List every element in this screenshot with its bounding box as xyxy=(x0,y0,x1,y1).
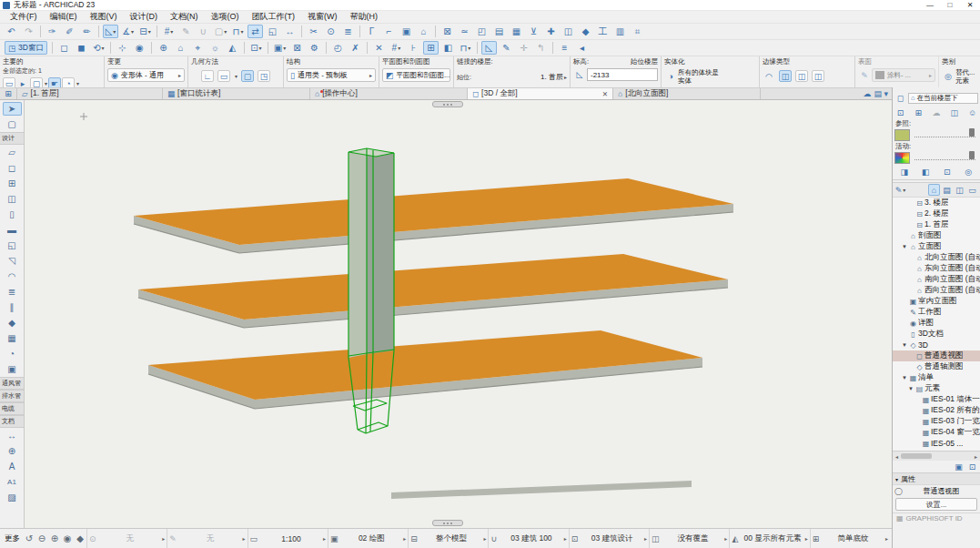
navigator-item-ies-03[interactable]: ▦IES-03 门一览表 xyxy=(893,416,980,427)
navigator-item-axonometric-view[interactable]: ◇普通轴测图 xyxy=(893,361,980,372)
explode-button[interactable]: ⊠ xyxy=(439,25,455,38)
section-3d-button[interactable]: ≡ xyxy=(557,41,572,55)
active-color-swatch[interactable] xyxy=(894,152,910,164)
model-view-options[interactable]: ⊡03 建筑设计▸ xyxy=(569,529,649,548)
layer-combination[interactable]: ▣02 绘图▸ xyxy=(328,529,408,548)
navigator-item-schedule-elements[interactable]: ▼▤元素 xyxy=(893,383,980,394)
explore-mode-icon[interactable]: ◆ xyxy=(74,533,86,545)
teamwork-sync-icon[interactable]: ☁ xyxy=(863,89,871,98)
tab-action-center[interactable]: ⌂[操作中心] xyxy=(310,88,468,99)
project-map-tab-icon[interactable]: ⌂ xyxy=(928,184,940,196)
navigator-item-ies-02[interactable]: ▦IES-02 所有的开... xyxy=(893,405,980,416)
tab-north-elevation[interactable]: ⌂[北向立面图] xyxy=(613,88,761,99)
morph-column-left-face[interactable] xyxy=(349,148,367,358)
lower-slab-edge[interactable] xyxy=(391,481,692,499)
edge-soft-button[interactable]: ◫ xyxy=(795,70,808,82)
navigator-item-schedules[interactable]: ▼▦清单 xyxy=(893,372,980,383)
camera-button[interactable]: ⌖ xyxy=(190,41,206,55)
reference-color-swatch[interactable] xyxy=(894,129,910,141)
menu-view[interactable]: 视图(V) xyxy=(84,11,124,23)
slab-tool[interactable]: ◱ xyxy=(3,238,22,252)
fillet-button[interactable]: Γ xyxy=(364,25,379,38)
gravity-button[interactable]: ✛ xyxy=(516,41,531,55)
favorites-next-button[interactable]: ▸ xyxy=(16,77,29,87)
properties-header[interactable]: ▾ 属性 xyxy=(893,472,980,485)
menu-edit[interactable]: 编辑(E) xyxy=(44,11,84,23)
navigator-item-folder-3d[interactable]: ▼◇3D xyxy=(893,340,980,350)
new-folder-icon[interactable]: ⊡ xyxy=(966,461,978,472)
reference-opacity-slider[interactable] xyxy=(914,131,975,137)
tree-horizontal-scrollbar[interactable]: ◂ ▸ xyxy=(893,451,980,461)
solid-operations-button[interactable]: ⊻ xyxy=(526,25,541,38)
editing-plane-display-button[interactable]: ⊞ xyxy=(423,41,439,55)
group-pipe[interactable]: 排水管 xyxy=(0,390,24,402)
inject-parameters-button[interactable]: ✐ xyxy=(62,25,77,38)
shell-tool[interactable]: ◠ xyxy=(3,269,22,283)
lock-button[interactable]: ⊓▾ xyxy=(230,25,246,38)
guide-lines-button[interactable]: ◺▾ xyxy=(103,25,118,38)
morph-operation-button[interactable]: ◆ xyxy=(578,25,593,38)
orbit-presets-button[interactable]: ⟲▾ xyxy=(91,41,106,55)
group-duct[interactable]: 通风管 xyxy=(0,377,24,390)
window-splitter-button[interactable]: ⊦ xyxy=(406,41,421,55)
view-map-tab-icon[interactable]: ▤ xyxy=(941,184,953,196)
publisher-tab-icon[interactable]: ▭ xyxy=(966,184,978,196)
graphisoft-id-bar[interactable]: ▦ GRAPHISOFT ID xyxy=(893,512,980,523)
navigator-item-worksheets[interactable]: ✎工作图 xyxy=(893,307,980,318)
tab-layout-switcher[interactable]: ⊞ xyxy=(0,88,17,99)
home-view-button[interactable]: ⌂ xyxy=(173,41,188,55)
group-cable[interactable]: 电缆 xyxy=(0,402,24,415)
zoom-in-icon[interactable]: ⊕ xyxy=(48,533,61,545)
element-ids-button[interactable]: ⌗ xyxy=(630,25,645,38)
rebuild-reference-icon[interactable]: ☺ xyxy=(966,107,978,118)
sun-settings-button[interactable]: ☼ xyxy=(207,41,223,55)
settings-button[interactable]: 设置... xyxy=(895,498,977,511)
default-settings-button[interactable]: ▢ xyxy=(30,77,43,87)
trace-toggle-button[interactable]: ◻ xyxy=(894,92,906,104)
zoom-out-icon[interactable]: ⊖ xyxy=(35,533,48,545)
menu-window[interactable]: 视窗(W) xyxy=(301,11,344,23)
expand-arrow-icon[interactable]: ▼ xyxy=(901,244,908,249)
column-tool[interactable]: ▯ xyxy=(3,208,22,221)
navigator-item-elevation-east[interactable]: ⌂东向立面图 (自动重建) xyxy=(893,263,980,274)
mesh-tool[interactable]: ▦ xyxy=(3,331,22,345)
navigator-item-documents-3d[interactable]: ▯3D文档 xyxy=(893,329,980,340)
modify-button[interactable]: ◰ xyxy=(474,25,490,38)
navigator-item-elevation-south[interactable]: ⌂南向立面图 (自动重建) xyxy=(893,274,980,285)
tab-overview-icon[interactable]: ▤ ▾ xyxy=(874,89,888,98)
structure-dropdown[interactable]: ▯ 通用类 - 预制板 ▸ xyxy=(287,68,376,82)
axonometry-button[interactable]: ◼ xyxy=(74,41,89,55)
guide-angle-button[interactable]: ∡▾ xyxy=(120,25,136,38)
curtain-wall-tool[interactable]: ◫ xyxy=(3,192,22,206)
graphic-override[interactable]: ◫没有覆盖▸ xyxy=(649,529,729,548)
trace-reference-dropdown[interactable]: ⌂ 在当前楼层下 xyxy=(908,93,978,104)
beam-tool[interactable]: ▬ xyxy=(3,223,22,237)
reference-options-icon[interactable]: ◎ xyxy=(963,166,975,178)
explore-model-button[interactable]: ⊹ xyxy=(115,41,130,55)
geometry-rectangle-button[interactable]: ▭ xyxy=(217,70,230,82)
doors-windows-button[interactable]: ◫ xyxy=(561,25,576,38)
scroll-left-icon[interactable]: ◂ xyxy=(893,453,901,460)
intersect-button[interactable]: ⊙ xyxy=(323,25,338,38)
level-dimension-tool[interactable]: ⊕ xyxy=(3,444,22,458)
add-reference-icon[interactable]: ⊞ xyxy=(913,107,924,118)
editing-plane-button[interactable]: ⊟▾ xyxy=(137,25,153,38)
photo-render-button[interactable]: ▣▾ xyxy=(272,41,288,55)
copy-picture-button[interactable]: ⊠ xyxy=(289,41,305,55)
rotate-reference-icon[interactable]: ◧ xyxy=(920,166,932,178)
redo-button[interactable]: ↷ xyxy=(21,25,36,38)
geometry-revolved-button[interactable]: ◳ xyxy=(258,70,270,82)
railing-tool[interactable]: ∥ xyxy=(3,300,22,314)
navigator-item-elevations[interactable]: ▼⌂立面图 xyxy=(893,241,980,252)
fit-in-window-button[interactable]: ✕ xyxy=(371,41,387,55)
minimize-button[interactable]: — xyxy=(920,0,940,10)
undo-button[interactable]: ↶ xyxy=(4,25,19,38)
layout-book-tab-icon[interactable]: ◫ xyxy=(954,184,965,196)
wall-tool[interactable]: ▱ xyxy=(3,146,22,159)
maximize-button[interactable]: □ xyxy=(940,0,960,10)
navigator-item-story-2[interactable]: ⊟2. 楼层 xyxy=(893,208,980,219)
add-element-button[interactable]: ✚ xyxy=(543,25,559,38)
geometry-box-button[interactable]: ▢ xyxy=(241,70,254,82)
close-button[interactable]: ✕ xyxy=(960,0,980,10)
home-story-button[interactable]: ⌂ xyxy=(416,25,431,38)
